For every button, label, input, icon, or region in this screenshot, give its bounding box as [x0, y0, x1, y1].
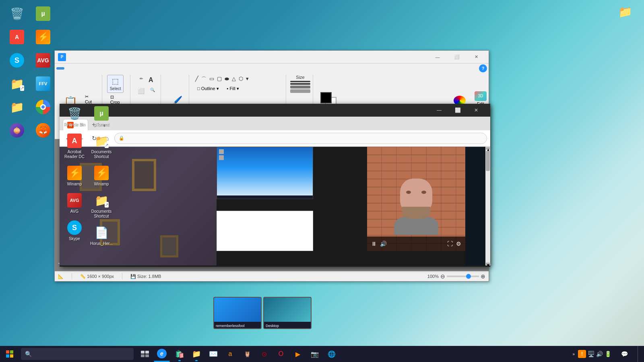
frame-4: [160, 235, 178, 257]
shape-rect[interactable]: ▭: [208, 75, 215, 84]
shape-triangle[interactable]: △: [231, 75, 237, 84]
desktop-icon-tor[interactable]: 🧅: [4, 121, 30, 141]
desktop-icon-utorrent[interactable]: µ: [30, 4, 56, 24]
avg-mid-icon: AVG: [66, 192, 83, 208]
desktop-icon-docshortcut[interactable]: 📁 Documents Shortcut: [89, 131, 114, 161]
notifications-icon[interactable]: 💬: [621, 351, 628, 357]
show-desktop-btn[interactable]: [638, 346, 641, 362]
scroll-up-btn[interactable]: ▲: [486, 147, 490, 150]
show-more-btn[interactable]: »: [571, 351, 576, 357]
taskbar-app-tripadvisor[interactable]: 🦉: [239, 346, 255, 362]
text-btn[interactable]: A: [146, 75, 156, 85]
shape-ellipse[interactable]: ⬬: [223, 75, 230, 84]
desktop-icon-utorrent-mid[interactable]: µ µTorrent: [89, 104, 114, 129]
video-fullscreen-btn[interactable]: ⛶: [447, 241, 453, 247]
video-pause-btn[interactable]: ⏸: [371, 241, 377, 247]
desktop-icon-acrobat-mid[interactable]: A Acrobat Reader DC: [62, 131, 87, 161]
network-icon[interactable]: 🖥️: [588, 351, 594, 357]
desktop-icon-skype[interactable]: S: [4, 51, 30, 71]
desktop-icon-docshortcut2[interactable]: 📁 Documents Shortcut: [89, 191, 114, 220]
outline-btn[interactable]: □ Outline ▾: [194, 85, 222, 92]
magnifier-btn[interactable]: 🔍: [148, 86, 157, 96]
size-4[interactable]: [290, 89, 310, 93]
desktop-icon-acrobat[interactable]: A: [4, 27, 30, 47]
paint-home-menu[interactable]: [64, 67, 72, 70]
cam-scrollbar[interactable]: ▲ ▼: [485, 147, 490, 265]
sound-icon[interactable]: 🔊: [596, 351, 603, 357]
docshortcut-label: Documents Shortcut: [90, 150, 113, 159]
desktop-icon-skype-mid[interactable]: S Skype: [62, 218, 87, 243]
desktop-icon-winamp-mid[interactable]: ⚡ Winamp: [62, 163, 87, 188]
taskbar-task-view-btn[interactable]: [137, 346, 153, 362]
desktop-icon-winamp[interactable]: ⚡: [30, 27, 56, 47]
shape-line[interactable]: ╱: [194, 75, 200, 84]
thumb-2[interactable]: Desktop: [263, 297, 312, 329]
address-bar[interactable]: 🔒: [114, 133, 487, 144]
frame-2: [132, 159, 156, 191]
shape-more[interactable]: ▾: [245, 75, 250, 84]
taskbar-edge-btn[interactable]: e: [154, 346, 170, 362]
paint-minimize-btn[interactable]: —: [428, 51, 447, 64]
select-btn[interactable]: ⬚ Select: [107, 75, 124, 93]
taskbar-app-camera[interactable]: 📷: [307, 346, 323, 362]
desktop-corner-folder[interactable]: 📁: [612, 2, 638, 21]
taskbar-app-target[interactable]: ⊙: [256, 346, 272, 362]
camera-minimize-btn[interactable]: —: [430, 104, 448, 117]
start-button[interactable]: [0, 346, 19, 362]
paint-help-btn[interactable]: ?: [479, 64, 487, 72]
desktop-icon-new-folder[interactable]: 📁: [4, 97, 30, 117]
thumb-2-img: [264, 298, 311, 322]
zoom-out-btn[interactable]: ⊖: [440, 273, 445, 280]
cut-btn[interactable]: ✂ Cut: [82, 93, 99, 105]
shape-polygon[interactable]: ⬡: [237, 75, 244, 84]
desktop-icon-avg[interactable]: AVG: [30, 51, 56, 71]
camera-titlebar: — ⬜ ✕: [60, 104, 490, 117]
scroll-down-btn[interactable]: ▼: [486, 263, 490, 265]
paint-maximize-btn[interactable]: ⬜: [448, 51, 466, 64]
zoom-slider[interactable]: [447, 276, 479, 277]
taskbar-app-vlc[interactable]: ▶: [290, 346, 306, 362]
desktop-icon-freefileviewer[interactable]: FFV: [30, 74, 56, 94]
paint-file-menu[interactable]: [56, 67, 64, 70]
fill2-btn[interactable]: ▪ Fill ▾: [224, 85, 242, 92]
taskbar-app-explorer[interactable]: 📁: [188, 346, 204, 362]
size-1[interactable]: [290, 81, 310, 82]
desktop-icon-pdf[interactable]: 📄 Horus_Her...: [89, 223, 114, 248]
pencil-btn[interactable]: ✏: [137, 75, 145, 85]
taskbar-app-store[interactable]: 🛍️: [171, 346, 188, 362]
thumb-1[interactable]: rememberlessfool: [213, 297, 262, 329]
taskbar-app-mail[interactable]: ✉️: [205, 346, 221, 362]
desktop-icon-desktop-shortcuts[interactable]: 📁: [4, 74, 30, 94]
video-settings-btn[interactable]: ⚙: [456, 241, 461, 247]
desktop-icon-firefox[interactable]: 🦊: [30, 121, 56, 141]
paint-close-btn[interactable]: ✕: [467, 51, 485, 64]
video-content-area: ⏸ 🔊 ⛶ ⚙ ▲ ▼: [60, 147, 490, 265]
avg-icon: AVG: [35, 52, 51, 68]
taskbar-app-opera[interactable]: O: [273, 346, 289, 362]
shape-curve[interactable]: ⌒: [200, 75, 208, 84]
video-volume-btn[interactable]: 🔊: [380, 241, 387, 247]
desktop-icon-avg-mid[interactable]: AVG AVG: [62, 191, 87, 216]
svg-rect-6: [141, 354, 144, 357]
scroll-thumb[interactable]: [486, 151, 490, 171]
frame-4-inner: [162, 237, 176, 255]
paint-view-menu[interactable]: [72, 67, 80, 70]
zoom-in-btn[interactable]: ⊕: [481, 273, 485, 280]
eraser-btn[interactable]: ⬜: [135, 86, 147, 96]
battery-icon[interactable]: 🔋: [605, 351, 611, 357]
taskbar-app-amazon[interactable]: a: [222, 346, 238, 362]
desktop-icon-chrome[interactable]: [30, 97, 56, 117]
camera-close-btn[interactable]: ✕: [467, 104, 485, 117]
canvas-size-indicator[interactable]: 📐: [58, 274, 64, 279]
camera-maximize-btn[interactable]: ⬜: [448, 104, 467, 117]
taskbar-app-other[interactable]: 🌐: [324, 346, 340, 362]
shape-round-rect[interactable]: ▢: [216, 75, 223, 84]
desktop-icon-recycle-bin[interactable]: 🗑️: [4, 4, 30, 24]
desktop-icon-winamp-mid2[interactable]: ⚡ Winamp: [89, 163, 114, 188]
color1-box[interactable]: [320, 92, 332, 103]
notification-warning[interactable]: !: [578, 350, 586, 358]
desktop-icon-recycle-mid[interactable]: 🗑️ Recycle Bin: [62, 104, 87, 129]
size-3[interactable]: [290, 86, 310, 88]
search-bar[interactable]: 🔍: [21, 348, 134, 360]
size-2[interactable]: [290, 83, 310, 85]
